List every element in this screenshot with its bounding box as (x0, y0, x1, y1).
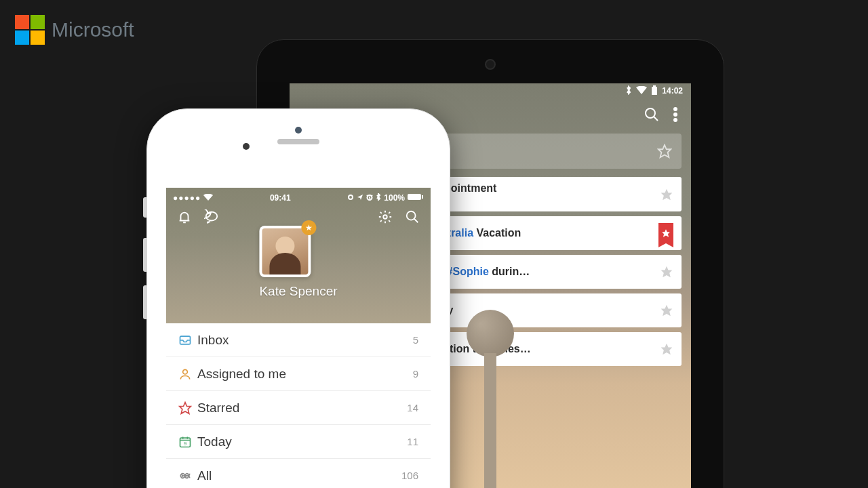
phone-screen: ●●●●● 09:41 (166, 188, 431, 488)
svg-marker-11 (661, 305, 673, 317)
bluetooth-icon (625, 85, 632, 97)
phone-sensor (243, 143, 250, 150)
bell-icon[interactable] (177, 209, 192, 227)
battery-percent: 100% (384, 193, 405, 203)
svg-point-13 (349, 195, 353, 199)
svg-rect-1 (653, 85, 656, 87)
svg-marker-10 (661, 266, 673, 278)
svg-point-19 (407, 211, 416, 220)
user-name: Kate Spencer (259, 284, 337, 299)
smartlist-today[interactable]: 9 Today 11 (166, 425, 431, 459)
phone-mute-switch (143, 197, 147, 218)
svg-text:9: 9 (184, 441, 186, 447)
calendar-icon: 9 (178, 435, 197, 449)
smartlist-label: Inbox (197, 333, 413, 348)
smartlist-count: 106 (401, 470, 418, 481)
tablet-camera (485, 59, 496, 70)
smartlist-label: Assigned to me (197, 367, 413, 382)
search-icon[interactable] (644, 106, 660, 125)
smartlist-label: All (197, 468, 401, 483)
star-ribbon-icon[interactable] (658, 223, 673, 243)
alarm-icon (366, 193, 373, 203)
star-icon[interactable] (657, 144, 672, 159)
svg-marker-12 (661, 344, 673, 355)
star-icon[interactable] (660, 265, 673, 279)
svg-rect-16 (422, 195, 423, 199)
phone-camera (295, 127, 302, 134)
svg-marker-9 (662, 229, 670, 237)
chat-icon[interactable] (204, 209, 219, 227)
microsoft-logo: Microsoft (15, 15, 134, 45)
star-icon[interactable] (660, 304, 673, 317)
wifi-icon (636, 86, 647, 96)
status-time: 14:02 (662, 86, 683, 96)
svg-marker-23 (180, 402, 191, 413)
star-icon (178, 401, 197, 415)
avatar[interactable]: ★ (259, 226, 311, 277)
phone-device-frame: ●●●●● 09:41 (146, 108, 450, 488)
svg-line-20 (414, 219, 418, 223)
location-icon (347, 193, 354, 203)
phone-volume-up (143, 238, 147, 272)
phone-volume-down (143, 285, 147, 319)
battery-icon (408, 193, 424, 203)
smartlist-count: 11 (407, 436, 418, 447)
svg-point-2 (646, 108, 655, 118)
inbox-icon (178, 333, 197, 347)
smartlist-count: 5 (413, 334, 418, 346)
overflow-menu-icon[interactable] (673, 107, 677, 125)
infinity-icon (178, 469, 197, 483)
svg-line-3 (654, 117, 658, 121)
bluetooth-icon (376, 193, 381, 203)
star-icon[interactable] (660, 342, 673, 356)
svg-point-18 (383, 215, 387, 219)
wifi-icon (203, 193, 213, 203)
pro-star-badge: ★ (301, 220, 316, 235)
smartlist-inbox[interactable]: Inbox 5 (166, 323, 431, 357)
svg-rect-15 (408, 194, 421, 200)
signal-icon: ●●●●● (173, 193, 201, 203)
smartlist-label: Starred (197, 401, 407, 415)
android-status-bar: 14:02 (290, 83, 691, 98)
smartlist-label: Today (197, 434, 407, 449)
smartlist-all[interactable]: All 106 (166, 459, 431, 488)
svg-point-6 (674, 119, 677, 121)
svg-marker-8 (661, 188, 673, 200)
svg-point-5 (674, 113, 677, 116)
microsoft-logo-icon (15, 15, 45, 45)
gear-icon[interactable] (378, 209, 393, 227)
svg-point-17 (206, 212, 218, 221)
svg-marker-7 (658, 145, 671, 157)
smartlist-assigned[interactable]: Assigned to me 9 (166, 357, 431, 391)
star-icon[interactable] (660, 188, 673, 201)
location-arrow-icon (357, 193, 363, 203)
person-icon (178, 367, 197, 381)
smartlist-starred[interactable]: Starred 14 (166, 391, 431, 425)
status-time: 09:41 (270, 193, 291, 203)
ios-status-bar: ●●●●● 09:41 (166, 188, 431, 203)
smartlist-count: 9 (413, 368, 418, 380)
microsoft-wordmark: Microsoft (52, 18, 134, 41)
svg-point-22 (183, 369, 188, 374)
profile-header: ●●●●● 09:41 (166, 188, 431, 323)
phone-speaker (277, 139, 319, 144)
search-icon[interactable] (405, 209, 420, 227)
phone-toolbar (166, 203, 431, 227)
svg-point-4 (674, 108, 677, 110)
svg-rect-0 (652, 87, 657, 95)
smartlist-count: 14 (407, 402, 418, 413)
battery-icon (651, 85, 658, 97)
task-tag: #Sophie (447, 266, 489, 277)
